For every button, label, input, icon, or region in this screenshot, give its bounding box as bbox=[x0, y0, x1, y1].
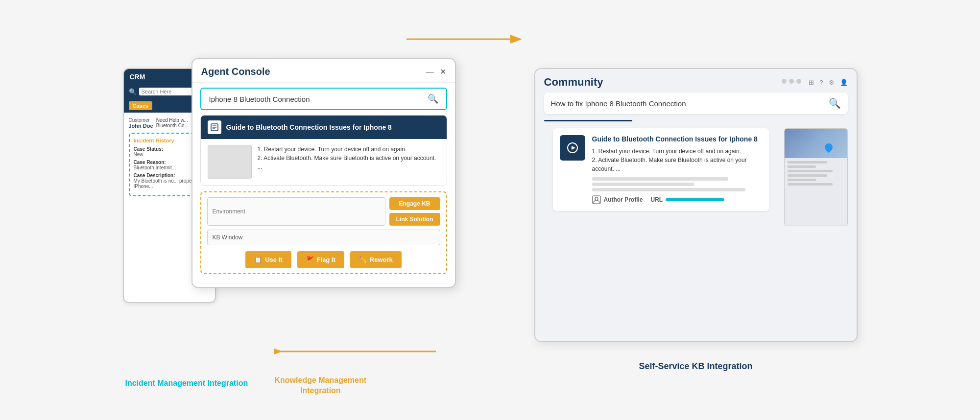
user-icon: 👤 bbox=[840, 79, 848, 86]
agent-search-input[interactable] bbox=[209, 95, 428, 103]
agent-console-controls: — ✕ bbox=[426, 67, 446, 76]
map-bar-3 bbox=[788, 170, 833, 172]
rework-icon: ✏️ bbox=[359, 256, 367, 263]
map-bar-2 bbox=[788, 165, 816, 168]
community-kb-area: Guide to Bluetooth Connection Issues for… bbox=[544, 128, 778, 226]
arrow-top bbox=[402, 27, 529, 51]
left-panel: CRM 🔍 Cases Customer John Doe Need Help … bbox=[123, 58, 505, 362]
kb-text-line1: 1. Restart your device. Turn your device… bbox=[258, 145, 440, 154]
minimize-button[interactable]: — bbox=[426, 68, 434, 76]
agent-console-header: Agent Console — ✕ bbox=[192, 59, 455, 83]
rework-label: Rework bbox=[370, 256, 393, 263]
kb-result-text: 1. Restart your device. Turn your device… bbox=[258, 145, 440, 179]
community-header: Community ⊞ ? ⚙ 👤 bbox=[535, 69, 857, 93]
kb-bar-1 bbox=[592, 177, 728, 181]
close-button[interactable]: ✕ bbox=[440, 67, 446, 76]
community-kb-title: Guide to Bluetooth Connection Issues for… bbox=[592, 135, 763, 143]
community-kb-card: Guide to Bluetooth Connection Issues for… bbox=[553, 128, 769, 211]
km-integration-label: Knowledge ManagementIntegration bbox=[275, 375, 367, 396]
map-bar-1 bbox=[788, 161, 827, 163]
map-bar-4 bbox=[788, 174, 827, 177]
main-container: CRM 🔍 Cases Customer John Doe Need Help … bbox=[0, 0, 980, 420]
crm-customer-name: John Doe bbox=[129, 123, 153, 129]
agent-search-icon: 🔍 bbox=[428, 93, 438, 104]
author-label: Author Profile bbox=[604, 196, 643, 203]
action-buttons: 📋 Use It 🚩 Flag It ✏️ Rework bbox=[207, 249, 440, 268]
community-url: URL bbox=[651, 196, 725, 203]
flag-it-icon: 🚩 bbox=[306, 256, 314, 263]
settings-icon: ⚙ bbox=[829, 79, 835, 86]
community-kb-line2: 2. Activate Bluetooth. Make sure Bluetoo… bbox=[592, 156, 763, 173]
arrow-bottom bbox=[274, 339, 441, 364]
map-bar-6 bbox=[788, 183, 833, 186]
community-content-area: Guide to Bluetooth Connection Issues for… bbox=[544, 128, 848, 226]
self-service-label: Self-Service KB Integration bbox=[639, 361, 752, 372]
dot3 bbox=[796, 79, 801, 84]
agent-search-bar: 🔍 bbox=[200, 88, 447, 110]
community-kb-bars bbox=[592, 177, 763, 191]
agent-console-modal: Agent Console — ✕ 🔍 bbox=[191, 58, 456, 288]
community-window: Community ⊞ ? ⚙ 👤 🔍 bbox=[534, 68, 858, 342]
kb-result-body: 1. Restart your device. Turn your device… bbox=[201, 139, 447, 185]
dot2 bbox=[789, 79, 794, 84]
rework-button[interactable]: ✏️ Rework bbox=[350, 251, 402, 268]
engage-kb-button[interactable]: Engage KB bbox=[389, 197, 440, 210]
flag-it-label: Flag It bbox=[317, 256, 335, 263]
right-panel: Community ⊞ ? ⚙ 👤 🔍 bbox=[534, 68, 858, 352]
use-it-button[interactable]: 📋 Use It bbox=[245, 251, 291, 268]
grid-icon: ⊞ bbox=[809, 79, 814, 86]
author-icon bbox=[592, 195, 601, 204]
dot1 bbox=[782, 79, 787, 84]
use-it-icon: 📋 bbox=[254, 256, 262, 263]
kb-result-icon bbox=[208, 120, 221, 134]
community-kb-line1: 1. Restart your device. Turn your device… bbox=[592, 147, 763, 156]
use-it-label: Use It bbox=[265, 256, 282, 263]
kb-bar-2 bbox=[592, 183, 694, 186]
kb-bar-3 bbox=[592, 188, 745, 191]
kb-result-header: Guide to Bluetooth Connection Issues for… bbox=[201, 116, 447, 139]
community-map-thumbnail bbox=[784, 128, 848, 226]
svg-point-9 bbox=[595, 197, 598, 200]
map-pin bbox=[823, 142, 834, 153]
flag-it-button[interactable]: 🚩 Flag It bbox=[297, 251, 344, 268]
community-title: Community bbox=[544, 76, 603, 89]
community-kb-play-icon bbox=[560, 135, 585, 161]
agent-console-title: Agent Console bbox=[201, 66, 270, 77]
kb-result-thumbnail bbox=[208, 145, 252, 179]
integration-buttons: Engage KB Link Solution bbox=[389, 197, 440, 226]
kb-result-card: Guide to Bluetooth Connection Issues for… bbox=[200, 115, 447, 186]
integration-row-1: Engage KB Link Solution bbox=[207, 197, 440, 226]
community-search-icon: 🔍 bbox=[829, 97, 841, 109]
community-author: Author Profile bbox=[592, 195, 643, 204]
crm-issue2: Bluetooth Co... bbox=[156, 123, 189, 128]
map-image-top bbox=[785, 129, 847, 158]
map-image-bottom bbox=[785, 158, 847, 190]
integration-box: Engage KB Link Solution KB Window 📋 Use … bbox=[200, 191, 447, 274]
environment-input[interactable] bbox=[207, 197, 385, 226]
community-nav-bar bbox=[544, 120, 632, 121]
url-label: URL bbox=[651, 196, 663, 203]
incident-management-label: Incident Management Integration bbox=[125, 378, 248, 389]
map-bar-5 bbox=[788, 179, 816, 181]
svg-marker-7 bbox=[572, 146, 575, 150]
url-bar bbox=[666, 198, 724, 201]
community-search-input[interactable] bbox=[551, 99, 829, 108]
search-icon: 🔍 bbox=[129, 88, 137, 95]
kb-text-line2: 2. Activate Bluetooth. Make sure Bluetoo… bbox=[258, 154, 440, 171]
crm-customer-label: Customer bbox=[129, 117, 153, 123]
kb-result-title: Guide to Bluetooth Connection Issues for… bbox=[226, 123, 392, 131]
link-solution-button[interactable]: Link Solution bbox=[389, 213, 440, 226]
crm-search-input[interactable] bbox=[139, 88, 193, 95]
crm-cases-tab[interactable]: Cases bbox=[129, 101, 152, 110]
kb-window-input: KB Window bbox=[207, 230, 440, 245]
kb-window-label: KB Window bbox=[213, 234, 243, 241]
community-footer: Author Profile URL bbox=[592, 195, 763, 204]
community-dots: ⊞ ? ⚙ 👤 bbox=[782, 79, 847, 86]
community-search: 🔍 bbox=[544, 93, 848, 114]
crm-issue-short: Need Help w... bbox=[156, 117, 189, 123]
community-kb-content: Guide to Bluetooth Connection Issues for… bbox=[592, 135, 763, 204]
help-icon: ? bbox=[819, 79, 823, 86]
community-kb-text: 1. Restart your device. Turn your device… bbox=[592, 147, 763, 173]
crm-title: CRM bbox=[130, 73, 145, 81]
